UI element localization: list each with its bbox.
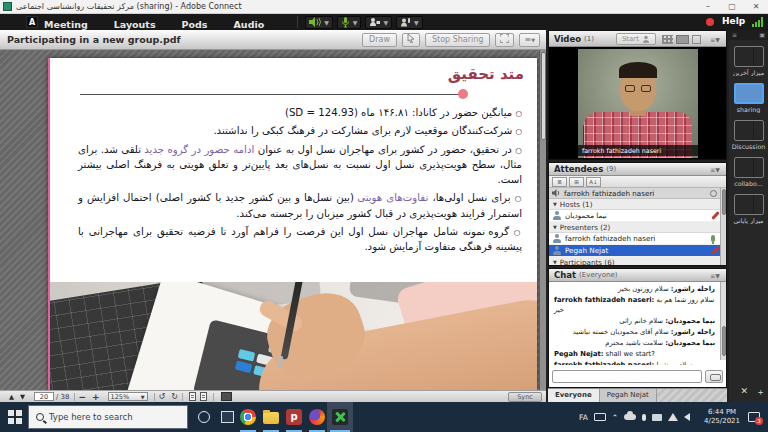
- taskbar-clock[interactable]: 6:44 PM 4/25/2021: [704, 408, 740, 426]
- attendee-row[interactable]: نیما محمودیان: [549, 210, 720, 222]
- attendee-avatar-icon: [552, 246, 561, 255]
- layout-item[interactable]: میزار پایانی: [729, 194, 768, 224]
- chat-pod-menu-icon[interactable]: ≡▼: [708, 272, 722, 280]
- thumbnails-toggle-button[interactable]: [221, 392, 232, 401]
- attendees-pod-menu-icon[interactable]: ≡▼: [708, 166, 722, 174]
- sync-button[interactable]: Sync: [508, 392, 542, 402]
- attendee-sort-button[interactable]: A↓: [586, 177, 601, 187]
- video-pod-menu-icon[interactable]: ≡▼: [708, 36, 722, 44]
- layout-thumbnail[interactable]: [734, 120, 764, 141]
- fit-page-button[interactable]: [189, 392, 196, 401]
- onedrive-icon[interactable]: [624, 414, 636, 420]
- slide-title: متد تحقیق: [448, 65, 524, 83]
- chat-sender-name: Pegah Nejat:: [554, 350, 603, 358]
- start-webcam-button[interactable]: Start: [616, 33, 656, 45]
- draw-button[interactable]: Draw: [362, 33, 397, 47]
- pod-options-menu-icon[interactable]: ≡▼: [519, 33, 540, 47]
- layout-item[interactable]: sharing: [729, 83, 768, 113]
- network-icon[interactable]: [668, 413, 678, 421]
- action-center-icon[interactable]: 3: [748, 412, 760, 422]
- layout-item[interactable]: collabo...: [729, 157, 768, 187]
- tray-microphone-icon[interactable]: [642, 414, 646, 421]
- tray-folder-icon[interactable]: [652, 414, 662, 421]
- attendee-section-header[interactable]: ▼Presenters (2): [549, 222, 720, 233]
- fullscreen-icon[interactable]: [495, 33, 514, 47]
- chat-tab[interactable]: Pegah Nejat: [600, 389, 657, 403]
- task-view-icon[interactable]: [221, 411, 234, 423]
- start-button[interactable]: [8, 410, 22, 424]
- bullet-marker-icon: ○: [514, 228, 522, 237]
- page-number-input[interactable]: 20: [34, 392, 54, 401]
- previous-page-button[interactable]: ▲: [9, 393, 14, 401]
- zoom-out-button[interactable]: −: [79, 392, 87, 402]
- webcam-button[interactable]: ▼: [365, 16, 392, 29]
- menu-audio[interactable]: Audio: [234, 19, 265, 30]
- help-menu[interactable]: Help: [722, 16, 745, 26]
- taskbar-search[interactable]: Type here to search: [28, 405, 188, 429]
- microphone-button[interactable]: ▼: [337, 16, 362, 29]
- layout-item[interactable]: Discussion: [729, 120, 768, 150]
- rail-menu-icon[interactable]: ≡: [732, 30, 737, 40]
- layout-thumbnail[interactable]: [734, 157, 764, 178]
- attendee-breakout-view-button[interactable]: ⊞: [569, 177, 584, 187]
- attendees-pod-header: Attendees (9) ≡▼: [549, 163, 726, 176]
- chat-scrollbar[interactable]: [720, 282, 726, 360]
- chrome-taskbar-icon[interactable]: [240, 409, 256, 425]
- attendee-list-view-button[interactable]: ≣: [552, 177, 567, 187]
- stop-sharing-button[interactable]: Stop Sharing: [425, 33, 490, 47]
- zoom-in-button[interactable]: +: [92, 392, 100, 402]
- tray-expand-icon[interactable]: ⌃: [612, 413, 618, 422]
- language-indicator[interactable]: FA: [579, 413, 588, 422]
- filmstrip-view-icon[interactable]: [676, 35, 689, 44]
- maximize-button[interactable]: ▢: [720, 0, 744, 14]
- menu-pods[interactable]: Pods: [182, 19, 208, 30]
- zoom-level-select[interactable]: 125%▼: [108, 392, 148, 401]
- attendee-row[interactable]: farrokh fathizadeh naseri: [549, 233, 720, 245]
- grid-view-icon[interactable]: [662, 35, 673, 44]
- speaker-button[interactable]: ▼: [305, 16, 333, 29]
- adobe-connect-taskbar-icon[interactable]: [332, 409, 348, 425]
- layout-thumbnail[interactable]: [734, 83, 764, 104]
- slide-bullet: ○ برای نسل اولی‌ها، تفاوت‌های هویتی (بین…: [78, 190, 522, 221]
- file-explorer-taskbar-icon[interactable]: [263, 412, 279, 424]
- attendee-section-header[interactable]: ▼Participants (6): [549, 257, 720, 265]
- rotate-left-button[interactable]: ↺: [159, 392, 166, 401]
- next-page-button[interactable]: ▼: [20, 393, 25, 401]
- attendee-name: farrokh fathizadeh naseri: [565, 234, 708, 243]
- chat-send-icon[interactable]: [705, 370, 723, 383]
- cortana-icon[interactable]: [198, 411, 210, 423]
- connection-signal-icon[interactable]: [752, 17, 764, 27]
- video-fullscreen-icon[interactable]: [692, 35, 701, 44]
- add-layout-icon[interactable]: ＋: [756, 386, 765, 399]
- search-placeholder: Type here to search: [49, 412, 133, 422]
- menu-meeting[interactable]: Meeting: [44, 19, 88, 30]
- volume-icon[interactable]: [684, 413, 690, 421]
- bullet-marker-icon: ○: [515, 109, 522, 118]
- touch-keyboard-icon[interactable]: [594, 413, 606, 421]
- menu-layouts[interactable]: Layouts: [114, 19, 156, 30]
- rotate-right-button[interactable]: ↻: [171, 392, 178, 401]
- firefox-taskbar-icon[interactable]: [309, 409, 325, 425]
- share-scrollbar[interactable]: [539, 50, 546, 390]
- attendee-row[interactable]: Pegah Nejat: [549, 245, 720, 257]
- clock-time: 6:44 PM: [704, 408, 740, 417]
- close-layouts-icon[interactable]: ✕: [740, 386, 748, 399]
- layout-thumbnail[interactable]: [734, 194, 764, 215]
- close-button[interactable]: ✕: [744, 0, 768, 14]
- p-app-taskbar-icon[interactable]: p: [286, 409, 302, 425]
- microphone-rights-icon: [711, 235, 715, 242]
- chat-message-input[interactable]: [552, 370, 702, 383]
- pointer-tool-icon[interactable]: [402, 33, 420, 47]
- attendee-section-header[interactable]: ▼Hosts (1): [549, 199, 720, 210]
- attendees-scrollbar[interactable]: [720, 188, 726, 265]
- video-pod-count: (1): [584, 35, 594, 43]
- layout-thumbnail[interactable]: [734, 46, 764, 67]
- rail-close-icon[interactable]: ▣: [759, 30, 765, 40]
- chat-tab[interactable]: Everyone: [548, 389, 600, 403]
- chat-sender-name: نیما محمودیان:: [665, 317, 715, 325]
- raise-hand-button[interactable]: ▼: [396, 16, 423, 29]
- layout-item[interactable]: میزار آخرین: [729, 46, 768, 76]
- minimize-button[interactable]: –: [696, 0, 720, 14]
- fit-width-button[interactable]: [200, 392, 207, 401]
- layout-label: collabo...: [729, 180, 768, 187]
